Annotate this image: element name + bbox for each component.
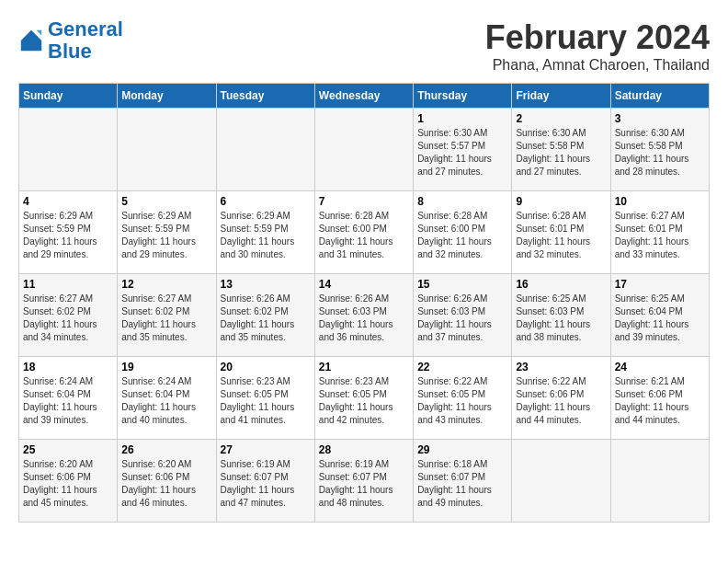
- calendar-cell: [216, 109, 314, 191]
- day-info: Sunrise: 6:19 AMSunset: 6:07 PMDaylight:…: [221, 458, 311, 510]
- calendar-cell: 13Sunrise: 6:26 AMSunset: 6:02 PMDayligh…: [216, 274, 314, 357]
- weekday-header-monday: Monday: [118, 84, 216, 109]
- calendar-cell: 24Sunrise: 6:21 AMSunset: 6:06 PMDayligh…: [610, 357, 709, 440]
- calendar-cell: 22Sunrise: 6:22 AMSunset: 6:05 PMDayligh…: [414, 357, 512, 440]
- day-number: 12: [121, 278, 211, 291]
- weekday-header-sunday: Sunday: [19, 84, 118, 109]
- day-number: 13: [221, 278, 311, 291]
- page-subtitle: Phana, Amnat Charoen, Thailand: [485, 57, 710, 74]
- calendar-cell: [512, 440, 610, 523]
- day-number: 9: [516, 195, 606, 208]
- calendar-cell: 2Sunrise: 6:30 AMSunset: 5:58 PMDaylight…: [512, 109, 610, 191]
- calendar-cell: [610, 440, 709, 523]
- day-info: Sunrise: 6:24 AMSunset: 6:04 PMDaylight:…: [121, 375, 211, 427]
- calendar-cell: [314, 109, 413, 191]
- svg-marker-0: [21, 30, 41, 51]
- day-info: Sunrise: 6:20 AMSunset: 6:06 PMDaylight:…: [23, 458, 113, 510]
- day-info: Sunrise: 6:24 AMSunset: 6:04 PMDaylight:…: [23, 375, 113, 427]
- day-info: Sunrise: 6:26 AMSunset: 6:02 PMDaylight:…: [221, 293, 311, 344]
- day-number: 17: [615, 278, 705, 291]
- page-title: February 2024: [485, 18, 710, 57]
- day-number: 29: [417, 443, 507, 456]
- calendar-cell: 8Sunrise: 6:28 AMSunset: 6:00 PMDaylight…: [414, 191, 512, 274]
- calendar-cell: 5Sunrise: 6:29 AMSunset: 5:59 PMDaylight…: [118, 191, 216, 274]
- day-number: 20: [221, 361, 311, 373]
- day-number: 11: [23, 278, 113, 291]
- day-info: Sunrise: 6:30 AMSunset: 5:58 PMDaylight:…: [615, 127, 705, 178]
- calendar-cell: 17Sunrise: 6:25 AMSunset: 6:04 PMDayligh…: [610, 274, 709, 357]
- calendar-header-row: SundayMondayTuesdayWednesdayThursdayFrid…: [19, 84, 710, 109]
- day-info: Sunrise: 6:19 AMSunset: 6:07 PMDaylight:…: [319, 458, 409, 510]
- weekday-header-wednesday: Wednesday: [314, 84, 413, 109]
- day-info: Sunrise: 6:21 AMSunset: 6:06 PMDaylight:…: [615, 375, 705, 427]
- day-number: 1: [417, 112, 507, 125]
- calendar-cell: 18Sunrise: 6:24 AMSunset: 6:04 PMDayligh…: [19, 357, 118, 440]
- day-number: 19: [121, 361, 211, 373]
- day-number: 2: [516, 112, 606, 125]
- day-number: 28: [319, 443, 409, 456]
- svg-marker-1: [37, 30, 42, 36]
- weekday-header-thursday: Thursday: [414, 84, 512, 109]
- calendar-cell: 7Sunrise: 6:28 AMSunset: 6:00 PMDaylight…: [314, 191, 413, 274]
- day-number: 18: [23, 361, 113, 373]
- weekday-header-saturday: Saturday: [610, 84, 709, 109]
- day-number: 10: [615, 195, 705, 208]
- day-info: Sunrise: 6:29 AMSunset: 5:59 PMDaylight:…: [23, 210, 113, 261]
- day-info: Sunrise: 6:29 AMSunset: 5:59 PMDaylight:…: [221, 210, 311, 261]
- day-info: Sunrise: 6:27 AMSunset: 6:02 PMDaylight:…: [23, 293, 113, 344]
- day-number: 8: [417, 195, 507, 208]
- calendar-cell: [118, 109, 216, 191]
- weekday-header-friday: Friday: [512, 84, 610, 109]
- calendar-week-row: 18Sunrise: 6:24 AMSunset: 6:04 PMDayligh…: [19, 357, 710, 440]
- calendar-cell: 23Sunrise: 6:22 AMSunset: 6:06 PMDayligh…: [512, 357, 610, 440]
- day-info: Sunrise: 6:27 AMSunset: 6:02 PMDaylight:…: [121, 293, 211, 344]
- logo-icon: [18, 28, 44, 53]
- day-number: 7: [319, 195, 409, 208]
- calendar-cell: 3Sunrise: 6:30 AMSunset: 5:58 PMDaylight…: [610, 109, 709, 191]
- day-number: 5: [121, 195, 211, 208]
- day-number: 3: [615, 112, 705, 125]
- day-info: Sunrise: 6:27 AMSunset: 6:01 PMDaylight:…: [615, 210, 705, 261]
- day-info: Sunrise: 6:28 AMSunset: 6:00 PMDaylight:…: [417, 210, 507, 261]
- day-info: Sunrise: 6:30 AMSunset: 5:57 PMDaylight:…: [417, 127, 507, 178]
- logo-text: General Blue: [48, 18, 123, 63]
- day-info: Sunrise: 6:20 AMSunset: 6:06 PMDaylight:…: [121, 458, 211, 510]
- calendar-cell: 9Sunrise: 6:28 AMSunset: 6:01 PMDaylight…: [512, 191, 610, 274]
- calendar-week-row: 4Sunrise: 6:29 AMSunset: 5:59 PMDaylight…: [19, 191, 710, 274]
- page-header: General Blue February 2024 Phana, Amnat …: [18, 18, 710, 74]
- day-number: 22: [417, 361, 507, 373]
- calendar-cell: 6Sunrise: 6:29 AMSunset: 5:59 PMDaylight…: [216, 191, 314, 274]
- calendar-cell: 14Sunrise: 6:26 AMSunset: 6:03 PMDayligh…: [314, 274, 413, 357]
- day-info: Sunrise: 6:23 AMSunset: 6:05 PMDaylight:…: [221, 375, 311, 427]
- day-number: 24: [615, 361, 705, 373]
- calendar-cell: 12Sunrise: 6:27 AMSunset: 6:02 PMDayligh…: [118, 274, 216, 357]
- day-number: 14: [319, 278, 409, 291]
- calendar-week-row: 1Sunrise: 6:30 AMSunset: 5:57 PMDaylight…: [19, 109, 710, 191]
- logo: General Blue: [18, 18, 123, 63]
- day-number: 27: [221, 443, 311, 456]
- day-info: Sunrise: 6:30 AMSunset: 5:58 PMDaylight:…: [516, 127, 606, 178]
- calendar-cell: 21Sunrise: 6:23 AMSunset: 6:05 PMDayligh…: [314, 357, 413, 440]
- calendar-cell: 20Sunrise: 6:23 AMSunset: 6:05 PMDayligh…: [216, 357, 314, 440]
- calendar-cell: 4Sunrise: 6:29 AMSunset: 5:59 PMDaylight…: [19, 191, 118, 274]
- weekday-header-tuesday: Tuesday: [216, 84, 314, 109]
- day-info: Sunrise: 6:25 AMSunset: 6:04 PMDaylight:…: [615, 293, 705, 344]
- day-number: 21: [319, 361, 409, 373]
- calendar-week-row: 11Sunrise: 6:27 AMSunset: 6:02 PMDayligh…: [19, 274, 710, 357]
- day-info: Sunrise: 6:29 AMSunset: 5:59 PMDaylight:…: [121, 210, 211, 261]
- calendar-cell: 10Sunrise: 6:27 AMSunset: 6:01 PMDayligh…: [610, 191, 709, 274]
- day-number: 6: [221, 195, 311, 208]
- calendar-cell: 1Sunrise: 6:30 AMSunset: 5:57 PMDaylight…: [414, 109, 512, 191]
- calendar-cell: 26Sunrise: 6:20 AMSunset: 6:06 PMDayligh…: [118, 440, 216, 523]
- day-info: Sunrise: 6:26 AMSunset: 6:03 PMDaylight:…: [319, 293, 409, 344]
- day-info: Sunrise: 6:22 AMSunset: 6:05 PMDaylight:…: [417, 375, 507, 427]
- calendar-cell: [19, 109, 118, 191]
- day-info: Sunrise: 6:28 AMSunset: 6:00 PMDaylight:…: [319, 210, 409, 261]
- title-block: February 2024 Phana, Amnat Charoen, Thai…: [485, 18, 710, 74]
- day-info: Sunrise: 6:25 AMSunset: 6:03 PMDaylight:…: [516, 293, 606, 344]
- day-number: 16: [516, 278, 606, 291]
- calendar-table: SundayMondayTuesdayWednesdayThursdayFrid…: [18, 83, 710, 523]
- day-info: Sunrise: 6:23 AMSunset: 6:05 PMDaylight:…: [319, 375, 409, 427]
- calendar-week-row: 25Sunrise: 6:20 AMSunset: 6:06 PMDayligh…: [19, 440, 710, 523]
- calendar-cell: 25Sunrise: 6:20 AMSunset: 6:06 PMDayligh…: [19, 440, 118, 523]
